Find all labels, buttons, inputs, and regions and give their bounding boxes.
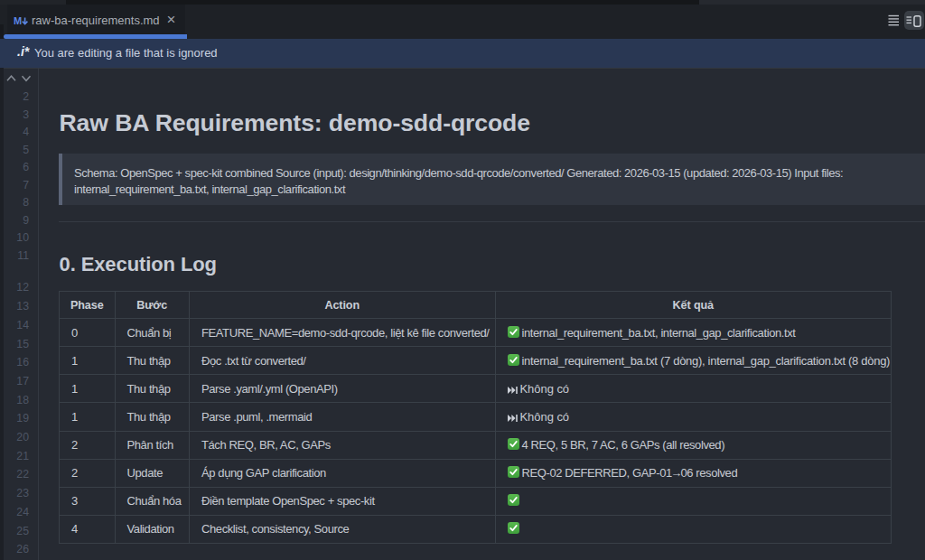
svg-text:M: M [14, 17, 22, 25]
